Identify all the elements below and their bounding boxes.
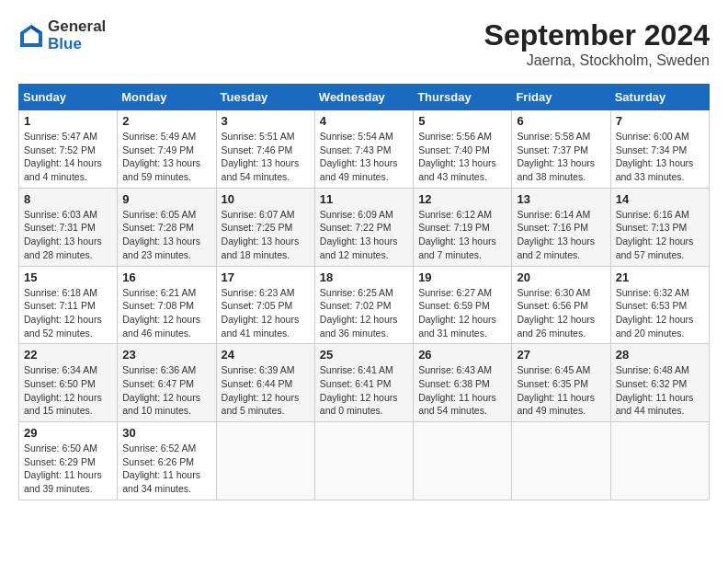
table-row: 21 Sunrise: 6:32 AMSunset: 6:53 PMDaylig… (610, 266, 709, 344)
day-number: 18 (320, 270, 408, 284)
calendar-table: Sunday Monday Tuesday Wednesday Thursday… (18, 84, 710, 500)
table-row: 14 Sunrise: 6:16 AMSunset: 7:13 PMDaylig… (610, 188, 709, 266)
table-row: 7 Sunrise: 6:00 AMSunset: 7:34 PMDayligh… (610, 110, 709, 189)
day-info: Sunrise: 5:54 AMSunset: 7:43 PMDaylight:… (320, 130, 408, 184)
day-number: 17 (222, 270, 310, 284)
table-row: 3 Sunrise: 5:51 AMSunset: 7:46 PMDayligh… (216, 110, 314, 189)
table-row: 4 Sunrise: 5:54 AMSunset: 7:43 PMDayligh… (314, 110, 413, 189)
weekday-header-row: Sunday Monday Tuesday Wednesday Thursday… (19, 85, 710, 110)
table-row: 12 Sunrise: 6:12 AMSunset: 7:19 PMDaylig… (414, 188, 512, 266)
table-row: 2 Sunrise: 5:49 AMSunset: 7:49 PMDayligh… (118, 110, 216, 189)
table-row: 23 Sunrise: 6:36 AMSunset: 6:47 PMDaylig… (118, 344, 216, 422)
logo-icon (18, 23, 44, 49)
month-title: September 2024 (484, 18, 710, 52)
day-number: 1 (24, 114, 112, 128)
table-row: 13 Sunrise: 6:14 AMSunset: 7:16 PMDaylig… (512, 188, 610, 266)
day-number: 12 (418, 192, 506, 206)
day-info: Sunrise: 6:32 AMSunset: 6:53 PMDaylight:… (616, 286, 704, 340)
table-row: 26 Sunrise: 6:43 AMSunset: 6:38 PMDaylig… (414, 344, 512, 422)
day-info: Sunrise: 6:16 AMSunset: 7:13 PMDaylight:… (616, 208, 704, 262)
day-info: Sunrise: 6:09 AMSunset: 7:22 PMDaylight:… (320, 208, 408, 262)
day-number: 11 (320, 192, 408, 206)
calendar-row: 22 Sunrise: 6:34 AMSunset: 6:50 PMDaylig… (19, 344, 710, 422)
calendar-row: 8 Sunrise: 6:03 AMSunset: 7:31 PMDayligh… (19, 188, 710, 266)
table-row: 19 Sunrise: 6:27 AMSunset: 6:59 PMDaylig… (414, 266, 512, 344)
table-row: 27 Sunrise: 6:45 AMSunset: 6:35 PMDaylig… (512, 344, 610, 422)
empty-cell (512, 422, 610, 500)
day-info: Sunrise: 5:58 AMSunset: 7:37 PMDaylight:… (517, 130, 605, 184)
day-info: Sunrise: 6:21 AMSunset: 7:08 PMDaylight:… (122, 286, 210, 340)
day-number: 2 (122, 114, 210, 128)
header-friday: Friday (512, 85, 610, 110)
day-info: Sunrise: 6:50 AMSunset: 6:29 PMDaylight:… (24, 442, 112, 496)
header-saturday: Saturday (610, 85, 709, 110)
day-info: Sunrise: 6:12 AMSunset: 7:19 PMDaylight:… (418, 208, 506, 262)
day-number: 24 (222, 348, 310, 362)
day-info: Sunrise: 5:51 AMSunset: 7:46 PMDaylight:… (222, 130, 310, 184)
header-thursday: Thursday (414, 85, 512, 110)
header-wednesday: Wednesday (314, 85, 413, 110)
day-number: 20 (517, 270, 605, 284)
header-tuesday: Tuesday (216, 85, 314, 110)
day-number: 27 (517, 348, 605, 362)
day-number: 8 (24, 192, 112, 206)
day-number: 7 (616, 114, 704, 128)
table-row: 30 Sunrise: 6:52 AMSunset: 6:26 PMDaylig… (118, 422, 216, 500)
empty-cell (314, 422, 413, 500)
header-monday: Monday (118, 85, 216, 110)
day-number: 22 (24, 348, 112, 362)
day-number: 13 (517, 192, 605, 206)
day-info: Sunrise: 6:27 AMSunset: 6:59 PMDaylight:… (418, 286, 506, 340)
table-row: 9 Sunrise: 6:05 AMSunset: 7:28 PMDayligh… (118, 188, 216, 266)
day-number: 30 (122, 426, 210, 440)
table-row: 28 Sunrise: 6:48 AMSunset: 6:32 PMDaylig… (610, 344, 709, 422)
empty-cell (414, 422, 512, 500)
day-number: 14 (616, 192, 704, 206)
day-number: 4 (320, 114, 408, 128)
table-row: 10 Sunrise: 6:07 AMSunset: 7:25 PMDaylig… (216, 188, 314, 266)
day-info: Sunrise: 6:14 AMSunset: 7:16 PMDaylight:… (517, 208, 605, 262)
day-number: 23 (122, 348, 210, 362)
table-row: 1 Sunrise: 5:47 AMSunset: 7:52 PMDayligh… (19, 110, 118, 189)
day-number: 26 (418, 348, 506, 362)
day-info: Sunrise: 6:45 AMSunset: 6:35 PMDaylight:… (517, 363, 605, 418)
header-sunday: Sunday (19, 85, 118, 110)
day-info: Sunrise: 5:47 AMSunset: 7:52 PMDaylight:… (24, 130, 112, 184)
day-info: Sunrise: 6:05 AMSunset: 7:28 PMDaylight:… (122, 208, 210, 262)
empty-cell (610, 422, 709, 500)
day-number: 9 (122, 192, 210, 206)
day-number: 10 (222, 192, 310, 206)
title-block: September 2024 Jaerna, Stockholm, Sweden (484, 18, 710, 69)
calendar-row: 1 Sunrise: 5:47 AMSunset: 7:52 PMDayligh… (19, 110, 710, 189)
day-number: 16 (122, 270, 210, 284)
table-row: 29 Sunrise: 6:50 AMSunset: 6:29 PMDaylig… (19, 422, 118, 500)
day-info: Sunrise: 6:39 AMSunset: 6:44 PMDaylight:… (222, 363, 310, 418)
location-title: Jaerna, Stockholm, Sweden (484, 52, 710, 69)
table-row: 15 Sunrise: 6:18 AMSunset: 7:11 PMDaylig… (19, 266, 118, 344)
day-info: Sunrise: 6:43 AMSunset: 6:38 PMDaylight:… (418, 363, 506, 418)
empty-cell (216, 422, 314, 500)
table-row: 22 Sunrise: 6:34 AMSunset: 6:50 PMDaylig… (19, 344, 118, 422)
day-info: Sunrise: 6:30 AMSunset: 6:56 PMDaylight:… (517, 286, 605, 340)
calendar-row: 29 Sunrise: 6:50 AMSunset: 6:29 PMDaylig… (19, 422, 710, 500)
table-row: 24 Sunrise: 6:39 AMSunset: 6:44 PMDaylig… (216, 344, 314, 422)
day-number: 29 (24, 426, 112, 440)
table-row: 11 Sunrise: 6:09 AMSunset: 7:22 PMDaylig… (314, 188, 413, 266)
day-info: Sunrise: 6:03 AMSunset: 7:31 PMDaylight:… (24, 208, 112, 262)
day-number: 21 (616, 270, 704, 284)
day-info: Sunrise: 6:36 AMSunset: 6:47 PMDaylight:… (122, 363, 210, 418)
table-row: 20 Sunrise: 6:30 AMSunset: 6:56 PMDaylig… (512, 266, 610, 344)
day-info: Sunrise: 6:34 AMSunset: 6:50 PMDaylight:… (24, 363, 112, 418)
day-info: Sunrise: 6:48 AMSunset: 6:32 PMDaylight:… (616, 363, 704, 418)
day-info: Sunrise: 6:52 AMSunset: 6:26 PMDaylight:… (122, 442, 210, 496)
day-number: 25 (320, 348, 408, 362)
page-header: General Blue September 2024 Jaerna, Stoc… (18, 18, 710, 69)
day-info: Sunrise: 6:18 AMSunset: 7:11 PMDaylight:… (24, 286, 112, 340)
day-info: Sunrise: 6:00 AMSunset: 7:34 PMDaylight:… (616, 130, 704, 184)
table-row: 8 Sunrise: 6:03 AMSunset: 7:31 PMDayligh… (19, 188, 118, 266)
day-info: Sunrise: 6:07 AMSunset: 7:25 PMDaylight:… (222, 208, 310, 262)
calendar-row: 15 Sunrise: 6:18 AMSunset: 7:11 PMDaylig… (19, 266, 710, 344)
day-info: Sunrise: 6:23 AMSunset: 7:05 PMDaylight:… (222, 286, 310, 340)
logo-text: General Blue (48, 18, 106, 52)
day-info: Sunrise: 5:49 AMSunset: 7:49 PMDaylight:… (122, 130, 210, 184)
